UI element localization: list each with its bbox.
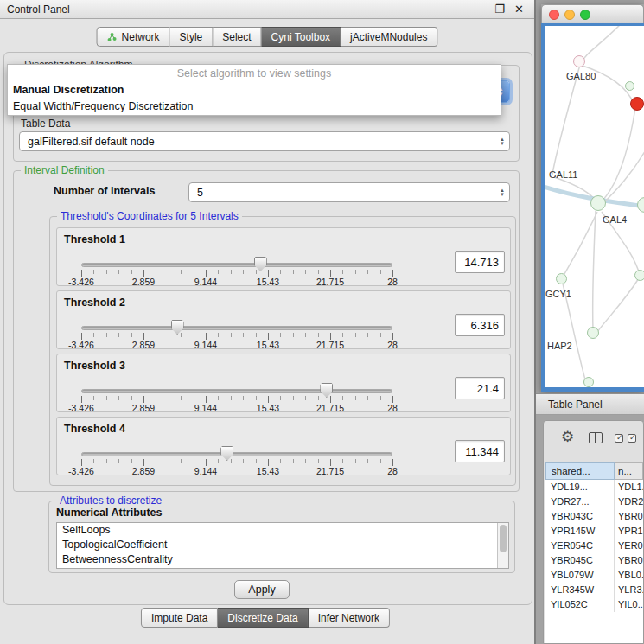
threshold-panel: Threshold 2 -3.4262.8599.14415.4321.7152… bbox=[56, 290, 511, 349]
table-cell[interactable]: YLR345W bbox=[545, 583, 615, 597]
tab-network[interactable]: Network bbox=[97, 27, 170, 47]
column-header-name[interactable]: n... bbox=[615, 462, 643, 480]
bottom-tab-bar: Impute DataDiscretize DataInfer Network bbox=[141, 608, 390, 628]
scale-label: -3.426 bbox=[68, 340, 94, 350]
threshold-slider[interactable]: -3.4262.8599.14415.4321.71528 bbox=[81, 447, 392, 476]
threshold-slider[interactable]: -3.4262.8599.14415.4321.71528 bbox=[81, 258, 392, 287]
slider-track[interactable] bbox=[81, 389, 392, 393]
apply-button[interactable]: Apply bbox=[234, 580, 290, 599]
network-node[interactable] bbox=[634, 270, 644, 281]
slider-track[interactable] bbox=[81, 452, 392, 456]
table-cell[interactable]: YLR3... bbox=[615, 583, 643, 597]
network-canvas[interactable]: GAL80 GAL11 GAL4 GCY1 HAP2 bbox=[545, 26, 644, 387]
table-panel-window: shared... n... YDL19...YDL1...YDR27...YD… bbox=[543, 420, 644, 644]
table-cell[interactable]: YER0... bbox=[615, 539, 643, 553]
interval-definition-group: Interval Definition Number of Intervals … bbox=[13, 170, 520, 492]
tab-jactivemnodules[interactable]: jActiveMNodules bbox=[341, 27, 437, 47]
threshold-value-input[interactable] bbox=[455, 440, 505, 462]
tab-select[interactable]: Select bbox=[213, 27, 261, 47]
threshold-slider[interactable]: -3.4262.8599.14415.4321.71528 bbox=[81, 321, 392, 350]
checkbox-icon[interactable] bbox=[615, 434, 623, 443]
slider-track[interactable] bbox=[81, 326, 392, 330]
tab-label: Select bbox=[222, 31, 251, 43]
scale-label: 2.859 bbox=[132, 466, 155, 476]
scale-label: -3.426 bbox=[68, 403, 94, 413]
tab-cyni-toolbox[interactable]: Cyni Toolbox bbox=[262, 27, 341, 47]
table-row[interactable]: YLR345WYLR3... bbox=[545, 583, 643, 597]
float-window-icon[interactable]: ❐ bbox=[494, 3, 505, 16]
scrollbar-thumb[interactable] bbox=[500, 525, 507, 552]
table-row[interactable]: YDL19...YDL1... bbox=[545, 480, 643, 494]
table-cell[interactable]: YPR1... bbox=[615, 524, 643, 539]
zoom-button[interactable] bbox=[580, 10, 590, 20]
threshold-value-input[interactable] bbox=[455, 377, 505, 399]
table-cell[interactable]: YBL079W bbox=[545, 568, 615, 583]
network-node-label: GAL4 bbox=[603, 214, 627, 225]
network-node[interactable] bbox=[590, 195, 606, 211]
dropdown-option[interactable]: Manual Discretization bbox=[8, 82, 501, 99]
number-of-intervals-select[interactable]: 5 bbox=[188, 182, 510, 202]
table-row[interactable]: YER054CYER0... bbox=[545, 539, 643, 553]
table-cell[interactable]: YBL0... bbox=[615, 568, 643, 583]
attribute-list-item[interactable]: BetweennessCentrality bbox=[57, 552, 508, 567]
table-row[interactable]: YBL079WYBL0... bbox=[545, 568, 643, 583]
table-cell[interactable]: YDL1... bbox=[615, 480, 643, 494]
spinner-arrows-icon[interactable] bbox=[500, 137, 505, 146]
columns-icon[interactable] bbox=[589, 432, 603, 443]
tab-impute-data[interactable]: Impute Data bbox=[141, 608, 218, 628]
table-data-select[interactable]: galFiltered.sif default node bbox=[19, 131, 510, 151]
close-window-icon[interactable]: ✕ bbox=[514, 3, 524, 16]
network-node[interactable] bbox=[556, 273, 567, 284]
table-cell[interactable]: YBR043C bbox=[545, 509, 615, 524]
network-node[interactable] bbox=[625, 81, 634, 91]
network-node[interactable] bbox=[587, 327, 599, 339]
tab-infer-network[interactable]: Infer Network bbox=[309, 608, 390, 628]
tab-discretize-data[interactable]: Discretize Data bbox=[218, 608, 308, 628]
table-cell[interactable]: YIL0... bbox=[615, 597, 643, 612]
gear-icon[interactable] bbox=[561, 430, 577, 445]
checkbox-icon[interactable] bbox=[628, 434, 636, 443]
table-cell[interactable]: YDL19... bbox=[545, 480, 615, 494]
network-node[interactable] bbox=[573, 55, 585, 67]
network-view-window: GAL80 GAL11 GAL4 GCY1 HAP2 bbox=[541, 4, 644, 392]
scale-label: 9.144 bbox=[194, 340, 217, 350]
table-cell[interactable]: YBR045C bbox=[545, 553, 615, 568]
table-cell[interactable]: YER054C bbox=[545, 539, 615, 553]
column-header-shared-name[interactable]: shared... bbox=[545, 462, 615, 480]
table-row[interactable]: YPR145WYPR1... bbox=[545, 524, 643, 539]
screen: Control Panel ❐ ✕ NetworkStyleSelectCyni… bbox=[0, 0, 644, 644]
scrollbar[interactable] bbox=[497, 523, 508, 568]
table-panel-title: Table Panel bbox=[548, 399, 603, 411]
table-cell[interactable]: YDR27... bbox=[545, 494, 615, 509]
table-cell[interactable]: YIL052C bbox=[545, 597, 615, 612]
threshold-value-input[interactable] bbox=[455, 314, 505, 336]
table-row[interactable]: YBR043CYBR0... bbox=[545, 509, 643, 524]
dropdown-option[interactable]: Equal Width/Frequency Discretization bbox=[8, 99, 501, 115]
threshold-panel: Threshold 1 -3.4262.8599.14415.4321.7152… bbox=[56, 227, 511, 286]
scale-label: 9.144 bbox=[194, 277, 217, 287]
number-of-intervals-label: Number of Intervals bbox=[54, 185, 155, 197]
attribute-list-item[interactable]: SelfLoops bbox=[57, 523, 508, 538]
network-node[interactable] bbox=[583, 377, 594, 387]
table-cell[interactable]: YDR2... bbox=[615, 494, 643, 509]
table-cell[interactable]: YPR145W bbox=[545, 524, 615, 539]
table-cell[interactable]: YBR0... bbox=[615, 553, 643, 568]
tab-style[interactable]: Style bbox=[170, 27, 214, 47]
network-node-selected[interactable] bbox=[630, 97, 644, 111]
minimize-button[interactable] bbox=[564, 10, 575, 20]
numerical-attributes-list[interactable]: SelfLoopsTopologicalCoefficientBetweenne… bbox=[56, 522, 509, 569]
attribute-list-item[interactable]: TopologicalCoefficient bbox=[57, 538, 508, 552]
threshold-slider[interactable]: -3.4262.8599.14415.4321.71528 bbox=[81, 384, 392, 413]
table-row[interactable]: YIL052CYIL0... bbox=[545, 597, 643, 612]
spinner-arrows-icon[interactable] bbox=[500, 188, 505, 197]
table-row[interactable]: YDR27...YDR2... bbox=[545, 494, 643, 509]
dropdown-placeholder: Select algorithm to view settings bbox=[8, 65, 501, 82]
group-title: Interval Definition bbox=[21, 164, 108, 176]
group-title: Attributes to discretize bbox=[56, 494, 165, 507]
threshold-value-input[interactable] bbox=[455, 251, 505, 273]
close-button[interactable] bbox=[549, 10, 559, 20]
slider-track[interactable] bbox=[81, 263, 392, 267]
table-cell[interactable]: YBR0... bbox=[615, 509, 643, 524]
table-row[interactable]: YBR045CYBR0... bbox=[545, 553, 643, 568]
scale-label: 28 bbox=[387, 466, 398, 476]
